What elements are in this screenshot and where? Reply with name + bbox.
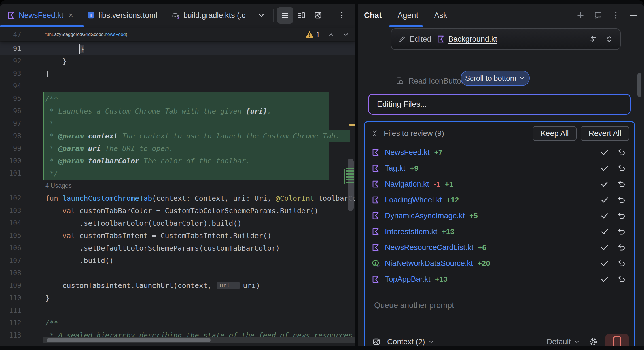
- horizontal-scroll-thumb[interactable]: [47, 338, 211, 342]
- keep-file-button[interactable]: [600, 179, 609, 189]
- code-editor[interactable]: 91 }92 }93}9495/**96 * Launches a Custom…: [0, 42, 355, 342]
- code-line-91[interactable]: 91 }: [0, 42, 355, 55]
- file-row[interactable]: LoadingWheel.kt+12: [365, 192, 634, 208]
- scroll-to-bottom-button[interactable]: Scroll to bottom: [461, 71, 530, 86]
- revert-file-button[interactable]: [617, 259, 626, 268]
- file-list: NewsFeed.kt+7Tag.kt+9Navigation.kt-1+1Lo…: [365, 144, 634, 287]
- editor-tab-libs-versions-toml[interactable]: Tlibs.versions.toml: [80, 4, 164, 27]
- revert-file-button[interactable]: [617, 227, 626, 236]
- file-row[interactable]: NewsResourceCardList.kt+6: [365, 240, 634, 255]
- line-number: 107: [0, 257, 21, 264]
- revert-file-button[interactable]: [617, 179, 626, 189]
- file-link[interactable]: NewsFeed.kt: [385, 148, 430, 157]
- keep-file-button[interactable]: [600, 195, 609, 205]
- revert-file-button[interactable]: [617, 243, 626, 252]
- settings-gear-icon[interactable]: [588, 337, 598, 346]
- tab-agent[interactable]: Agent: [397, 11, 418, 20]
- model-selector[interactable]: Default: [546, 338, 571, 346]
- file-row[interactable]: Tag.kt+9: [365, 160, 634, 176]
- file-link[interactable]: NewsResourceCardList.kt: [385, 243, 473, 252]
- keep-file-button[interactable]: [600, 211, 609, 221]
- history-bubble-icon[interactable]: [594, 11, 603, 20]
- revert-file-button[interactable]: [617, 211, 626, 221]
- file-row[interactable]: INiaNetworkDataSource.kt+20: [365, 255, 634, 271]
- stop-button[interactable]: [605, 334, 629, 346]
- attach-image-icon[interactable]: [372, 337, 381, 346]
- chat-scrollbar[interactable]: [637, 73, 641, 97]
- code-view-button[interactable]: [277, 7, 293, 24]
- code-line-97[interactable]: 97 *: [0, 117, 355, 130]
- revert-file-button[interactable]: [617, 148, 626, 157]
- code-line-99[interactable]: 99 * @param uri The URI to open.: [0, 142, 355, 155]
- close-tab-icon[interactable]: ×: [69, 11, 73, 20]
- code-line-104[interactable]: 104 .setToolbarColor(toolbarColor).build…: [0, 217, 355, 229]
- tab-ask[interactable]: Ask: [434, 11, 447, 20]
- code-line-102[interactable]: 102fun launchCustomChromeTab(context: Co…: [0, 192, 355, 204]
- editor-tab-build-gradle-kts-c[interactable]: build.gradle.kts (:c: [164, 4, 252, 27]
- code-line-103[interactable]: 103 val customTabBarColor = CustomTabCol…: [0, 204, 355, 217]
- keep-file-button[interactable]: [600, 259, 609, 268]
- line-content: }: [43, 292, 355, 304]
- code-line-101[interactable]: 101 */: [0, 167, 355, 180]
- split-view-button[interactable]: [293, 7, 310, 24]
- file-link[interactable]: DynamicAsyncImage.kt: [385, 212, 465, 220]
- new-chat-icon[interactable]: [576, 11, 585, 20]
- code-line-94[interactable]: 94: [0, 80, 355, 92]
- revert-all-button[interactable]: Revert All: [581, 126, 629, 141]
- code-line-112[interactable]: 112/**: [0, 317, 355, 329]
- editor-kebab-menu-icon[interactable]: [334, 7, 350, 24]
- code-line-93[interactable]: 93}: [0, 67, 355, 80]
- revert-file-button[interactable]: [617, 195, 626, 205]
- code-line-95[interactable]: 95/**: [0, 92, 355, 105]
- code-line-98[interactable]: 98 * @param context The context to use t…: [0, 130, 355, 142]
- file-row[interactable]: DynamicAsyncImage.kt+5: [365, 208, 634, 224]
- expand-collapse-icon[interactable]: [605, 35, 613, 43]
- file-link[interactable]: InterestsItem.kt: [385, 227, 437, 236]
- sticky-code-line[interactable]: 47 fun LazyStaggeredGridScope.newsFeed( …: [0, 28, 355, 41]
- prompt-input[interactable]: Queue another prompt: [374, 300, 454, 310]
- keep-file-button[interactable]: [600, 227, 609, 236]
- file-link[interactable]: Navigation.kt: [385, 180, 429, 189]
- hide-panel-icon[interactable]: [629, 10, 638, 20]
- editor-tab-newsfeed-kt[interactable]: NewsFeed.kt×: [0, 4, 80, 27]
- tab-list-chevron-icon[interactable]: [253, 7, 270, 24]
- file-row[interactable]: NewsFeed.kt+7: [365, 144, 634, 160]
- code-line-107[interactable]: 107 .build(): [0, 254, 355, 267]
- context-button[interactable]: Context (2): [387, 338, 425, 346]
- code-line-96[interactable]: 96 * Launches a Custom Chrome Tab with t…: [0, 105, 355, 117]
- keep-file-button[interactable]: [600, 274, 609, 284]
- inspection-widget[interactable]: 1: [305, 30, 355, 39]
- file-row[interactable]: TopAppBar.kt+13: [365, 271, 634, 287]
- prev-warning-icon[interactable]: [327, 31, 335, 38]
- keep-file-button[interactable]: [600, 243, 609, 252]
- file-link[interactable]: TopAppBar.kt: [385, 275, 431, 284]
- code-line[interactable]: 4 Usages: [0, 180, 355, 192]
- edited-file-link[interactable]: Background.kt: [448, 35, 497, 44]
- file-row[interactable]: Navigation.kt-1+1: [365, 176, 634, 192]
- code-line-111[interactable]: 111: [0, 304, 355, 317]
- file-row[interactable]: InterestsItem.kt+13: [365, 224, 634, 240]
- next-warning-icon[interactable]: [342, 31, 349, 38]
- code-line-105[interactable]: 105 val customTabsIntent = CustomTabsInt…: [0, 229, 355, 242]
- keep-all-button[interactable]: Keep All: [533, 126, 577, 141]
- collapse-icon[interactable]: [371, 129, 379, 137]
- keep-file-button[interactable]: [600, 148, 609, 157]
- edited-file-card[interactable]: Edited Background.kt: [391, 28, 621, 50]
- compare-changes-icon[interactable]: [588, 35, 597, 44]
- keep-file-button[interactable]: [600, 163, 609, 173]
- code-line-92[interactable]: 92 }: [0, 55, 355, 67]
- code-line-100[interactable]: 100 * @param toolbarColor The color of t…: [0, 155, 355, 167]
- revert-file-button[interactable]: [617, 274, 626, 284]
- code-line-110[interactable]: 110}: [0, 292, 355, 304]
- editor-horizontal-scrollbar[interactable]: [43, 337, 355, 343]
- file-link[interactable]: NiaNetworkDataSource.kt: [385, 259, 473, 268]
- code-line-108[interactable]: 108: [0, 267, 355, 279]
- chat-kebab-menu-icon[interactable]: [611, 11, 620, 20]
- revert-file-button[interactable]: [617, 163, 626, 173]
- file-link[interactable]: LoadingWheel.kt: [385, 196, 442, 204]
- file-link[interactable]: Tag.kt: [385, 164, 405, 173]
- code-segment: .build(): [45, 257, 114, 265]
- design-view-button[interactable]: [310, 7, 326, 24]
- code-line-106[interactable]: 106 .setDefaultColorSchemeParams(customT…: [0, 242, 355, 254]
- code-line-109[interactable]: 109 customTabsIntent.launchUrl(context, …: [0, 279, 355, 292]
